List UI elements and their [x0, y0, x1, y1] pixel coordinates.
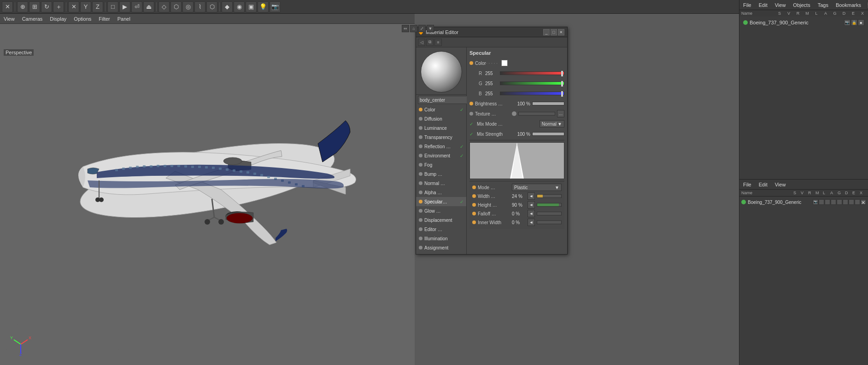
toolbar-keyframe[interactable]: ⏎: [131, 1, 142, 12]
toolbar-scale[interactable]: ⊞: [29, 1, 40, 12]
channel-assignment[interactable]: Assignment: [416, 243, 466, 252]
channel-specular[interactable]: Specular… ✓: [416, 197, 466, 206]
mix-strength-slider[interactable]: [532, 132, 564, 136]
channel-alpha[interactable]: Alpha …: [416, 188, 466, 197]
menu-cameras[interactable]: Cameras: [20, 15, 45, 23]
scene-menu-edit[interactable]: Edit: [757, 1, 769, 9]
toolbar-deformer[interactable]: ◆: [222, 1, 233, 12]
height-value: 90 %: [512, 203, 526, 208]
scene-item-icon-3[interactable]: ■: [858, 19, 864, 26]
obj-menu-file[interactable]: File: [741, 181, 753, 188]
obj-icon-lock[interactable]: [819, 199, 824, 205]
channel-reflection[interactable]: Reflection … ✓: [416, 142, 466, 151]
toolbar-scene[interactable]: ▣: [246, 1, 257, 12]
obj-icon-gen[interactable]: [843, 199, 848, 205]
texture-browse-btn[interactable]: …: [557, 110, 564, 117]
height-down-btn[interactable]: ◄: [528, 201, 535, 209]
channel-bump[interactable]: Bump …: [416, 169, 466, 179]
inner-width-down-btn[interactable]: ◄: [528, 219, 535, 226]
obj-icon-dyn[interactable]: [849, 199, 854, 205]
channel-color[interactable]: Color ✓: [416, 105, 466, 114]
channel-illumination[interactable]: Illumination: [416, 234, 466, 243]
viewport-nav-arrows[interactable]: ⇔: [402, 25, 409, 32]
falloff-slider[interactable]: [537, 212, 562, 215]
mode-arrow: ▼: [555, 185, 559, 190]
channel-displacement[interactable]: Displacement: [416, 215, 466, 225]
scene-item-icon-1[interactable]: 📷: [844, 19, 850, 26]
mat-prev-btn[interactable]: ◁: [418, 39, 425, 46]
channel-editor[interactable]: Editor …: [416, 225, 466, 234]
scene-item-icon-2[interactable]: 🔒: [851, 19, 857, 26]
obj-icon-cam[interactable]: 📷: [813, 199, 818, 205]
obj-menu-edit[interactable]: Edit: [757, 181, 769, 188]
channel-luminance-label: Luminance: [424, 126, 447, 131]
toolbar-circle[interactable]: ◎: [182, 1, 194, 12]
scene-menu-file[interactable]: File: [741, 1, 753, 9]
mode-dropdown[interactable]: Plastic ▼: [512, 184, 562, 191]
menu-display[interactable]: Display: [48, 15, 68, 23]
channel-transparency[interactable]: Transparency: [416, 133, 466, 142]
toolbar-diamond[interactable]: ◇: [158, 1, 170, 12]
mat-settings-btn[interactable]: ≡: [434, 39, 442, 46]
scene-menu-objects[interactable]: Objects: [791, 1, 812, 9]
toolbar-cube[interactable]: □: [107, 1, 118, 12]
toolbar-hex[interactable]: ⬡: [170, 1, 182, 12]
toolbar-plus[interactable]: ＋: [53, 1, 64, 12]
channel-diffusion[interactable]: Diffusion: [416, 114, 466, 123]
obj-icon-expr[interactable]: [855, 199, 860, 205]
mat-minimize-btn[interactable]: _: [543, 29, 550, 35]
toolbar-camera[interactable]: 📷: [270, 1, 281, 12]
viewport-nav-expand[interactable]: ⤢: [418, 25, 426, 32]
toolbar-spline[interactable]: ⌇: [194, 1, 205, 12]
scene-menu-view[interactable]: View: [773, 1, 788, 9]
obj-icon-vis[interactable]: [825, 199, 830, 205]
viewport-nav-home[interactable]: ⌂: [410, 25, 417, 32]
g-slider[interactable]: [500, 81, 564, 85]
toolbar-y[interactable]: Y: [80, 1, 91, 12]
object-item[interactable]: Boeing_737_900_Generic 📷 ✕: [739, 197, 868, 208]
toolbar-x[interactable]: ✕: [68, 1, 79, 12]
mat-copy-btn[interactable]: ⧉: [426, 39, 434, 46]
toolbar-rotate[interactable]: ↻: [41, 1, 52, 12]
inner-width-slider[interactable]: [537, 220, 562, 224]
scene-menu-bookmarks[interactable]: Bookmarks: [834, 1, 863, 9]
width-slider[interactable]: [537, 194, 562, 198]
channel-luminance[interactable]: Luminance: [416, 123, 466, 133]
channel-normal[interactable]: Normal …: [416, 179, 466, 188]
scene-item-boeing[interactable]: Boeing_737_900_Generic 📷 🔒 ■: [741, 18, 866, 27]
width-down-btn[interactable]: ◄: [528, 192, 535, 200]
toolbar-frame[interactable]: ⏏: [143, 1, 154, 12]
toolbar-undo[interactable]: ✕: [2, 1, 13, 12]
toolbar-play[interactable]: ▶: [119, 1, 130, 12]
toolbar-move[interactable]: ⊕: [17, 1, 28, 12]
texture-slider[interactable]: [518, 112, 555, 116]
menu-panel[interactable]: Panel: [116, 15, 132, 23]
scene-menu-tags[interactable]: Tags: [816, 1, 830, 9]
obj-icon-mat[interactable]: [831, 199, 836, 205]
falloff-down-btn[interactable]: ◄: [528, 210, 535, 217]
brightness-slider[interactable]: [532, 102, 564, 105]
viewport-nav-collapse[interactable]: ▼: [427, 25, 434, 32]
channel-reflection-check: ✓: [460, 144, 463, 149]
menu-options[interactable]: Options: [72, 15, 93, 23]
toolbar-z[interactable]: Z: [92, 1, 103, 12]
mix-mode-dropdown[interactable]: Normal ▼: [540, 120, 564, 127]
toolbar-nurbs[interactable]: ⬡: [206, 1, 217, 12]
obj-icon-anim[interactable]: [837, 199, 842, 205]
channel-environment[interactable]: Environment ✓: [416, 151, 466, 160]
menu-filter[interactable]: Filter: [97, 15, 111, 23]
channel-glow[interactable]: Glow …: [416, 206, 466, 215]
obj-icon-x[interactable]: ✕: [861, 199, 866, 205]
color-swatch[interactable]: [501, 60, 508, 66]
obj-menu-view[interactable]: View: [773, 181, 788, 188]
toolbar-effector[interactable]: ◉: [234, 1, 245, 12]
toolbar-light[interactable]: 💡: [258, 1, 269, 12]
b-slider[interactable]: [500, 92, 564, 95]
mat-maximize-btn[interactable]: □: [551, 29, 557, 35]
viewport[interactable]: Perspective: [0, 24, 415, 365]
r-slider[interactable]: [500, 71, 564, 75]
mat-close-btn[interactable]: ✕: [558, 29, 564, 35]
channel-fog[interactable]: Fog: [416, 160, 466, 169]
height-slider[interactable]: [537, 203, 562, 207]
menu-view[interactable]: View: [2, 15, 17, 23]
